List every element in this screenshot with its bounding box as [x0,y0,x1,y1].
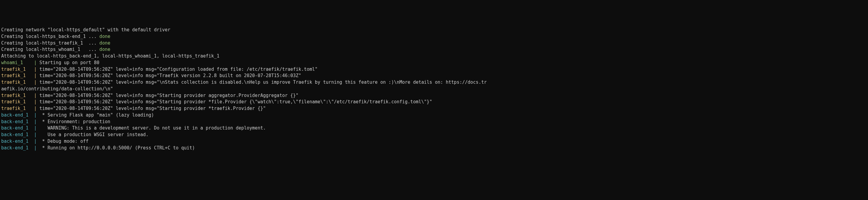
terminal-segment: traefik_1 [1,73,34,78]
terminal-segment: time="2020-08-14T09:56:20Z" level=info m… [36,93,299,98]
terminal-segment: Use a production WSGI server instead. [36,132,148,137]
terminal-line: back-end_1 | * Serving Flask app "main" … [1,112,867,119]
terminal-segment: done [99,40,110,46]
terminal-segment: back-end_1 [1,145,34,151]
terminal-segment: * Debug mode: off [36,138,89,144]
terminal-segment: back-end_1 [1,125,34,131]
terminal-line: traefik_1 | time="2020-08-14T09:56:20Z" … [1,106,867,112]
terminal-line: back-end_1 | WARNING: This is a developm… [1,125,867,132]
terminal-segment: Starting up on port 80 [36,60,99,65]
terminal-line: Attaching to local-https_back-end_1, loc… [1,53,867,59]
terminal-segment: time="2020-08-14T09:56:20Z" level=info m… [36,73,301,78]
terminal-line: Creating local-https_whoami_1 ... done [1,46,867,53]
terminal-segment: Attaching to local-https_back-end_1, loc… [1,53,219,59]
terminal-line: back-end_1 | * Environment: production [1,119,867,125]
terminal-line: Creating local-https_traefik_1 ... done [1,40,867,47]
terminal-line: Creating local-https_back-end_1 ... done [1,33,867,40]
terminal-segment: Creating local-https_whoami_1 ... [1,47,99,52]
terminal-line: Creating network "local-https_default" w… [1,27,867,33]
terminal-segment: Creating local-https_traefik_1 ... [1,40,99,46]
terminal-segment: back-end_1 [1,132,34,137]
terminal-line: traefik_1 | time="2020-08-14T09:56:20Z" … [1,99,867,106]
terminal-line: aefik.io/contributing/data-collection/\n… [1,86,867,92]
terminal-segment: WARNING: This is a development server. D… [36,125,266,131]
terminal-segment: traefik_1 [1,106,34,111]
terminal-line: traefik_1 | time="2020-08-14T09:56:20Z" … [1,92,867,99]
terminal-segment: back-end_1 [1,112,34,118]
terminal-segment: * Serving Flask app "main" (lazy loading… [36,112,154,118]
terminal-segment: back-end_1 [1,119,34,124]
terminal-line: back-end_1 | Use a production WSGI serve… [1,132,867,138]
terminal-segment: back-end_1 [1,138,34,144]
terminal-segment: traefik_1 [1,99,34,105]
terminal-segment: traefik_1 [1,80,34,85]
terminal-segment: whoami_1 [1,60,34,65]
terminal-segment: traefik_1 [1,67,34,72]
terminal-segment: Creating local-https_back-end_1 ... [1,34,99,39]
terminal-line: back-end_1 | * Debug mode: off [1,138,867,145]
terminal-line: whoami_1 | Starting up on port 80 [1,59,867,66]
terminal-segment: time="2020-08-14T09:56:20Z" level=info m… [36,99,432,105]
terminal-line: traefik_1 | time="2020-08-14T09:56:20Z" … [1,73,867,79]
terminal-segment: * Environment: production [36,119,110,124]
terminal-segment: time="2020-08-14T09:56:20Z" level=info m… [36,106,266,111]
terminal-segment: traefik_1 [1,93,34,98]
terminal-segment: done [99,34,110,39]
terminal-segment: done [99,47,110,52]
terminal-segment: time="2020-08-14T09:56:20Z" level=info m… [36,67,317,72]
terminal-output: Creating network "local-https_default" w… [1,27,867,151]
terminal-segment: time="2020-08-14T09:56:20Z" level=info m… [36,80,487,85]
terminal-segment: aefik.io/contributing/data-collection/\n… [1,86,113,91]
terminal-line: traefik_1 | time="2020-08-14T09:56:20Z" … [1,79,867,86]
terminal-segment: * Running on http://0.0.0.0:5000/ (Press… [36,145,195,151]
terminal-line: traefik_1 | time="2020-08-14T09:56:20Z" … [1,66,867,73]
terminal-line: back-end_1 | * Running on http://0.0.0.0… [1,145,867,152]
terminal-segment: Creating network "local-https_default" w… [1,27,170,33]
